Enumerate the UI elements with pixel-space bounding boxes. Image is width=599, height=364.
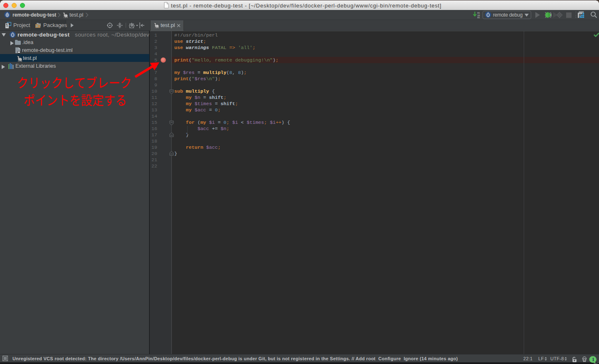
svg-text:01: 01 bbox=[478, 17, 480, 19]
